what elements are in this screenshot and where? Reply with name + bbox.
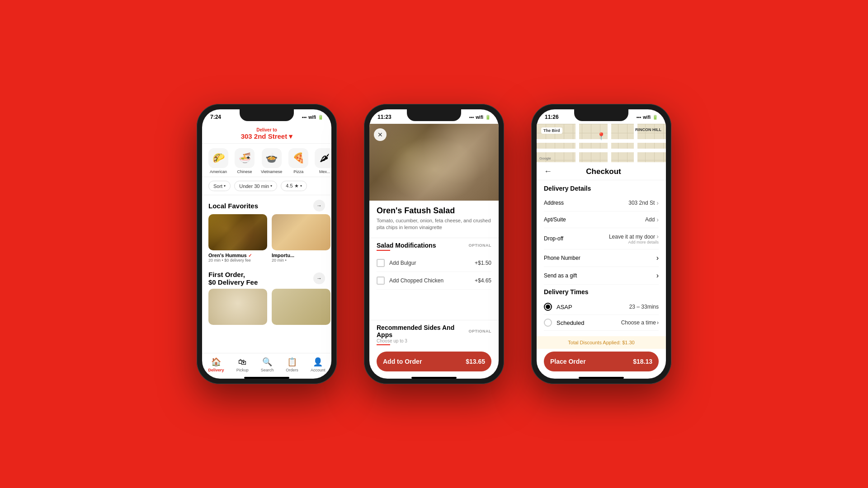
map-road-horizontal-2 xyxy=(537,149,666,152)
time-arrow: ▾ xyxy=(270,184,272,188)
nav-delivery[interactable]: 🏠 Delivery xyxy=(208,357,224,372)
home-indicator-1 xyxy=(244,377,289,379)
wifi-icon-2: wifi xyxy=(476,115,483,120)
local-favorites-arrow[interactable]: → xyxy=(313,200,325,211)
category-chinese[interactable]: 🍜 Chinese xyxy=(235,148,255,174)
rating-filter-button[interactable]: 4.5 ★ ▾ xyxy=(281,181,307,191)
dropoff-row[interactable]: Drop-off Leave it at my door › Add more … xyxy=(544,228,659,249)
delivery-nav-label: Delivery xyxy=(208,368,224,372)
asap-option[interactable]: ASAP 23 – 33mins xyxy=(544,299,659,315)
promo-card-1[interactable] xyxy=(208,289,267,327)
category-pizza[interactable]: 🍕 Pizza xyxy=(288,148,308,174)
add-order-price: $13.65 xyxy=(466,358,485,365)
orders-icon: 📋 xyxy=(287,357,297,367)
gift-row[interactable]: Send as a gift › xyxy=(544,267,659,285)
deliver-section: Deliver to 303 2nd Street ▾ xyxy=(202,124,331,144)
nav-search[interactable]: 🔍 Search xyxy=(261,357,274,372)
map-road-vertical-2 xyxy=(608,124,611,162)
close-button[interactable]: ✕ xyxy=(374,128,387,141)
divider-1 xyxy=(369,238,499,238)
apt-label: Apt/Suite xyxy=(544,216,566,223)
vietnamese-icon: 🍲 xyxy=(262,148,282,168)
american-icon: 🌮 xyxy=(208,148,228,168)
verified-icon: ✓ xyxy=(248,253,252,258)
dropoff-value: Leave it at my door xyxy=(609,234,655,240)
address-label: Address xyxy=(544,200,564,206)
scheduled-option[interactable]: Scheduled Choose a time › xyxy=(544,315,659,331)
restaurant-info-2: 20 min • xyxy=(272,258,330,263)
bulgur-checkbox[interactable] xyxy=(377,259,385,267)
battery-icon-2: 🔋 xyxy=(485,115,491,120)
checkout-body: Delivery Details Address 303 2nd St › Ap… xyxy=(537,180,666,336)
home-indicator-2 xyxy=(411,377,457,379)
restaurant-card-2[interactable]: Importu... 20 min • xyxy=(272,214,330,263)
asap-label: ASAP xyxy=(557,304,572,310)
map-rincon-label: RINCON HILL xyxy=(635,127,661,132)
dropoff-chevron: › xyxy=(656,233,659,240)
checkout-title: Checkout xyxy=(557,167,651,176)
food-image: ✕ xyxy=(369,124,499,201)
place-order-price: $18.13 xyxy=(633,358,652,365)
mod-chicken[interactable]: Add Chopped Chicken +$4.65 xyxy=(377,272,491,290)
sides-badge: OPTIONAL xyxy=(469,329,492,333)
category-american[interactable]: 🌮 American xyxy=(208,148,228,174)
restaurant-cards: Oren's Hummus ✓ 20 min • $0 delivery fee xyxy=(202,214,331,263)
phone-row[interactable]: Phone Number › xyxy=(544,249,659,267)
restaurant-image-1 xyxy=(208,214,267,250)
battery-icon: 🔋 xyxy=(318,115,323,120)
sides-title: Recommended Sides And Apps xyxy=(377,324,469,338)
divider-2 xyxy=(369,320,499,320)
category-vietnamese[interactable]: 🍲 Vietnamese xyxy=(261,148,282,174)
vietnamese-label: Vietnamese xyxy=(261,169,282,174)
chinese-icon: 🍜 xyxy=(235,148,255,168)
promo-image-2 xyxy=(272,289,330,325)
map-road-vertical xyxy=(576,124,579,162)
local-favorites-header: Local Favorites → xyxy=(202,195,331,214)
back-button[interactable]: ← xyxy=(544,167,552,176)
dropoff-label: Drop-off xyxy=(544,235,563,242)
map-pin: 📍 xyxy=(597,132,606,141)
place-order-label: Place Order xyxy=(550,358,586,365)
category-mexican[interactable]: 🌶 Mex... xyxy=(315,148,331,174)
sort-button[interactable]: Sort ▾ xyxy=(208,181,231,191)
map-google-label: Google xyxy=(539,156,551,160)
promo-image-1 xyxy=(208,289,267,325)
place-order-button[interactable]: Place Order $18.13 xyxy=(544,352,659,371)
sides-subtitle: Choose up to 3 xyxy=(377,338,491,343)
chicken-label: Add Chopped Chicken xyxy=(389,277,443,284)
asap-duration: 23 – 33mins xyxy=(629,304,659,310)
mod-bulgur[interactable]: Add Bulgur +$1.50 xyxy=(377,254,491,272)
notch-1 xyxy=(240,109,294,121)
mods-underline xyxy=(377,250,390,251)
promo-arrow[interactable]: → xyxy=(313,272,325,284)
category-scroll: 🌮 American 🍜 Chinese 🍲 Vietnamese � xyxy=(202,144,331,177)
add-order-button[interactable]: Add to Order $13.65 xyxy=(377,352,491,371)
nav-account[interactable]: 👤 Account xyxy=(311,357,326,372)
phone-3: 11:26 ▪▪▪ wifi 🔋 📍 xyxy=(531,104,671,384)
promo-card-2[interactable] xyxy=(272,289,330,327)
chicken-checkbox[interactable] xyxy=(377,277,385,285)
delivery-times-section: Delivery Times ASAP 23 – 33mins xyxy=(544,285,659,331)
apt-value: Add xyxy=(645,216,655,223)
apt-row[interactable]: Apt/Suite Add › xyxy=(544,211,659,228)
asap-radio xyxy=(544,303,552,311)
time-1: 7:24 xyxy=(210,114,221,120)
address-row[interactable]: Address 303 2nd St › xyxy=(544,195,659,211)
pickup-nav-label: Pickup xyxy=(236,368,249,372)
nav-orders[interactable]: 📋 Orders xyxy=(286,357,298,372)
scheduled-duration: Choose a time › xyxy=(621,319,659,326)
app-background: 7:24 ▪▪▪ wifi 🔋 Deliver to 303 2nd Stree… xyxy=(0,0,868,488)
pickup-icon: 🛍 xyxy=(238,357,246,367)
scheduled-radio xyxy=(544,319,552,327)
bulgur-price: +$1.50 xyxy=(475,260,491,266)
status-icons-2: ▪▪▪ wifi 🔋 xyxy=(469,115,491,120)
nav-pickup[interactable]: 🛍 Pickup xyxy=(236,357,249,372)
mods-header: Salad Modifications OPTIONAL xyxy=(377,242,491,249)
deliver-address[interactable]: 303 2nd Street ▾ xyxy=(202,132,331,141)
signal-icon-3: ▪▪▪ xyxy=(637,115,642,120)
scheduled-chevron: › xyxy=(657,319,659,326)
time-filter-button[interactable]: Under 30 min ▾ xyxy=(234,181,277,191)
item-details: Oren's Fatush Salad Tomato, cucumber, on… xyxy=(369,201,499,234)
restaurant-card-1[interactable]: Oren's Hummus ✓ 20 min • $0 delivery fee xyxy=(208,214,267,263)
delivery-icon: 🏠 xyxy=(211,357,221,367)
